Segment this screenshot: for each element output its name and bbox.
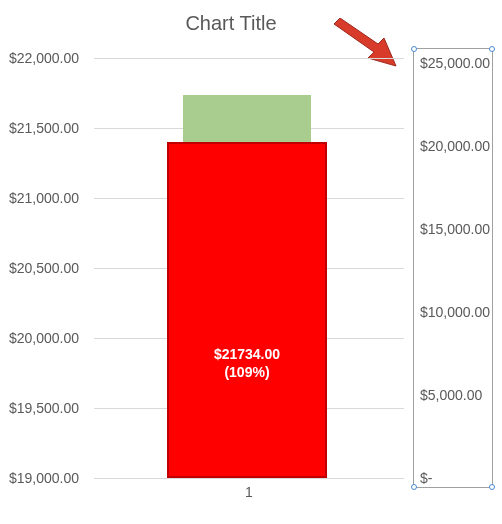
chart-plot-area[interactable]: $22,000.00 $21,500.00 $21,000.00 $20,500… — [9, 48, 493, 510]
y2-tick: $- — [420, 470, 432, 486]
y-tick: $19,000.00 — [9, 470, 79, 486]
secondary-y-axis-selected[interactable]: $25,000.00 $20,000.00 $15,000.00 $10,000… — [413, 48, 493, 488]
y-tick: $19,500.00 — [9, 400, 79, 416]
y2-tick: $15,000.00 — [420, 221, 490, 237]
primary-y-axis[interactable]: $22,000.00 $21,500.00 $21,000.00 $20,500… — [9, 48, 89, 486]
x-axis-label: 1 — [94, 484, 404, 500]
y2-tick: $5,000.00 — [420, 387, 482, 403]
gridline — [94, 58, 404, 59]
y-tick: $20,000.00 — [9, 330, 79, 346]
y-tick: $20,500.00 — [9, 260, 79, 276]
y2-tick: $20,000.00 — [420, 138, 490, 154]
selection-handle[interactable] — [411, 484, 417, 490]
y-tick: $22,000.00 — [9, 50, 79, 66]
plot-region: $21734.00 (109%) 1 — [94, 58, 404, 478]
y2-tick: $10,000.00 — [420, 304, 490, 320]
y-tick: $21,000.00 — [9, 190, 79, 206]
chart-title[interactable]: Chart Title — [0, 0, 502, 35]
data-label-value: $21734.00 — [214, 346, 280, 362]
selection-handle[interactable] — [489, 484, 495, 490]
y-tick: $21,500.00 — [9, 120, 79, 136]
data-label-percent: (109%) — [224, 364, 269, 380]
gridline — [94, 478, 404, 479]
data-label[interactable]: $21734.00 (109%) — [169, 346, 325, 381]
selection-handle[interactable] — [489, 46, 495, 52]
y2-tick: $25,000.00 — [420, 55, 490, 71]
selection-handle[interactable] — [411, 46, 417, 52]
bar-red-series[interactable]: $21734.00 (109%) — [167, 142, 327, 478]
